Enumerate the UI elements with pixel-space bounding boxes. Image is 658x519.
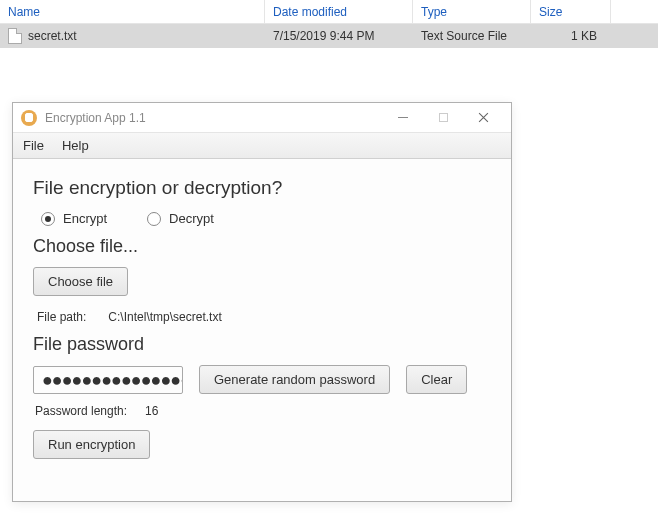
- column-date-modified[interactable]: Date modified: [265, 0, 413, 23]
- minimize-button[interactable]: [383, 103, 423, 133]
- file-type: Text Source File: [413, 24, 531, 48]
- password-length-label: Password length:: [35, 404, 127, 418]
- mode-heading: File encryption or decryption?: [33, 177, 491, 199]
- radio-encrypt-label: Encrypt: [63, 211, 107, 226]
- menubar: File Help: [13, 133, 511, 159]
- column-type[interactable]: Type: [413, 0, 531, 23]
- radio-encrypt[interactable]: Encrypt: [41, 211, 107, 226]
- menu-file[interactable]: File: [23, 138, 44, 153]
- radio-icon: [147, 212, 161, 226]
- maximize-icon: [439, 113, 448, 122]
- close-button[interactable]: [463, 103, 503, 133]
- radio-decrypt[interactable]: Decrypt: [147, 211, 214, 226]
- window-content: File encryption or decryption? Encrypt D…: [13, 159, 511, 473]
- run-encryption-button[interactable]: Run encryption: [33, 430, 150, 459]
- app-lock-icon: [21, 110, 37, 126]
- file-path-label: File path:: [37, 310, 86, 324]
- file-icon: [8, 28, 22, 44]
- file-size: 1 KB: [531, 24, 611, 48]
- minimize-icon: [398, 117, 408, 118]
- window-title: Encryption App 1.1: [45, 111, 383, 125]
- generate-password-button[interactable]: Generate random password: [199, 365, 390, 394]
- column-size[interactable]: Size: [531, 0, 611, 23]
- mode-radios: Encrypt Decrypt: [41, 211, 491, 226]
- password-length-value: 16: [145, 404, 158, 418]
- choose-file-button[interactable]: Choose file: [33, 267, 128, 296]
- encryption-app-window: Encryption App 1.1 File Help File encryp…: [12, 102, 512, 502]
- explorer-header: Name Date modified Type Size: [0, 0, 658, 24]
- file-explorer: Name Date modified Type Size secret.txt …: [0, 0, 658, 48]
- column-name[interactable]: Name: [0, 0, 265, 23]
- password-heading: File password: [33, 334, 491, 355]
- password-input[interactable]: ●●●●●●●●●●●●●●●●: [33, 366, 183, 394]
- file-date: 7/15/2019 9:44 PM: [265, 24, 413, 48]
- titlebar[interactable]: Encryption App 1.1: [13, 103, 511, 133]
- radio-icon: [41, 212, 55, 226]
- choose-file-heading: Choose file...: [33, 236, 491, 257]
- maximize-button[interactable]: [423, 103, 463, 133]
- table-row[interactable]: secret.txt 7/15/2019 9:44 PM Text Source…: [0, 24, 658, 48]
- file-path-value: C:\Intel\tmp\secret.txt: [108, 310, 221, 324]
- menu-help[interactable]: Help: [62, 138, 89, 153]
- clear-button[interactable]: Clear: [406, 365, 467, 394]
- radio-decrypt-label: Decrypt: [169, 211, 214, 226]
- close-icon: [478, 112, 489, 123]
- file-name: secret.txt: [28, 29, 77, 43]
